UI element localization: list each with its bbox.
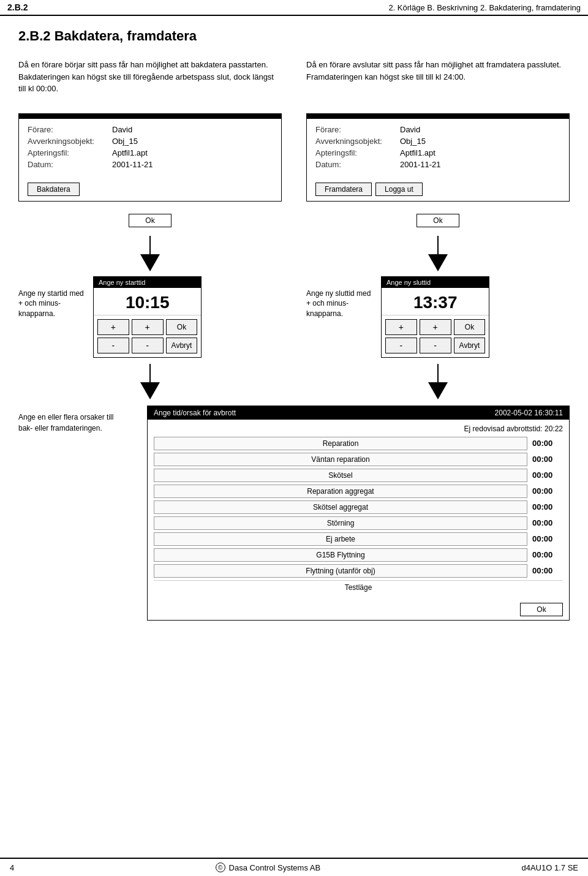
framdatera-button[interactable]: Framdatera <box>315 183 372 196</box>
right-apteringsfil-value: Aptfil1.apt <box>400 148 435 157</box>
ok-buttons-row: Ok Ok <box>18 211 570 230</box>
avbrot-row-label: Reparation <box>154 437 527 450</box>
main-content: 2.B.2 Bakdatera, framdatera Då en förare… <box>0 16 588 657</box>
left-avverkningsobjekt-row: Avverkningsobjekt: Obj_15 <box>28 137 273 146</box>
footer-center: © Dasa Control Systems AB <box>216 863 321 872</box>
left-arrow-down <box>140 254 160 271</box>
avbrot-row-value: 00:00 <box>532 455 563 464</box>
right-time-picker-header: Ange ny sluttid <box>382 277 489 288</box>
avbrot-row: Väntan reparation 00:00 <box>154 453 563 466</box>
avbrot-row-value: 00:00 <box>532 550 563 559</box>
right-avbryt-button[interactable]: Avbryt <box>454 338 486 353</box>
left-apteringsfil-row: Apteringsfil: Aptfil1.apt <box>28 148 273 157</box>
right-ok-button[interactable]: Ok <box>417 214 459 227</box>
avbrot-row: Störning 00:00 <box>154 516 563 530</box>
left-info-buttons: Bakdatera <box>19 178 281 201</box>
header-left: 2.B.2 <box>7 2 28 12</box>
avbrot-row: Reparation 00:00 <box>154 437 563 450</box>
left-plus2-button[interactable]: + <box>132 319 164 335</box>
right-info-box: Förare: David Avverkningsobjekt: Obj_15 … <box>306 113 570 202</box>
right-info-buttons: Framdatera Logga ut <box>307 178 569 201</box>
left-avverkningsobjekt-label: Avverkningsobjekt: <box>28 137 107 146</box>
right-forare-label: Förare: <box>315 125 395 134</box>
avbrot-rows-container: Reparation 00:00 Väntan reparation 00:00… <box>154 437 563 578</box>
left-arrow <box>140 236 160 271</box>
avbrot-row-label: Reparation aggregat <box>154 485 527 498</box>
right-arrow2-col <box>306 364 570 399</box>
avbrot-footer: Ok <box>148 599 569 620</box>
avbrot-row-label: Ej arbete <box>154 532 527 546</box>
right-time-picker-col: Ange ny sluttid med + och minus- knappar… <box>306 276 570 358</box>
avbrot-row: G15B Flyttning 00:00 <box>154 548 563 562</box>
avbrot-note-value: 20:22 <box>545 425 563 433</box>
left-description: Då en förare börjar sitt pass får han mö… <box>18 59 282 95</box>
avbrot-testlage: Testläge <box>154 580 563 594</box>
avbrot-timestamp: 2002-05-02 16:30:11 <box>495 409 563 417</box>
header-right: 2. Körläge B. Beskrivning 2. Bakdatering… <box>388 3 581 12</box>
right-datum-row: Datum: 2001-11-21 <box>315 160 560 169</box>
right-datum-label: Datum: <box>315 160 395 169</box>
left-plus1-button[interactable]: + <box>97 319 129 335</box>
left-time-picker-display: 10:15 <box>94 288 201 315</box>
left-datum-label: Datum: <box>28 160 107 169</box>
left-time-picker-box: Ange ny starttid 10:15 + + Ok - - Avbryt <box>93 276 202 358</box>
right-plus2-button[interactable]: + <box>420 319 451 335</box>
avbrot-note-row: Ej redovisad avbrottstid: 20:22 <box>154 425 563 433</box>
left-forare-label: Förare: <box>28 125 107 134</box>
left-apteringsfil-value: Aptfil1.apt <box>112 148 148 157</box>
footer: 4 © Dasa Control Systems AB d4AU1O 1.7 S… <box>0 858 588 876</box>
left-arrow2-col <box>18 364 282 399</box>
bottom-desc: Ange en eller flera orsaker till bak- el… <box>18 406 129 434</box>
right-time-picker-desc: Ange ny sluttid med + och minus- knappar… <box>306 276 374 319</box>
right-minus1-button[interactable]: - <box>385 338 417 353</box>
left-avbryt-button[interactable]: Avbryt <box>166 338 198 353</box>
page-title: 2.B.2 Bakdatera, framdatera <box>18 28 570 44</box>
avbrot-row: Flyttning (utanför obj) 00:00 <box>154 564 563 578</box>
right-arrow-col <box>306 236 570 271</box>
right-time-picker-display: 13:37 <box>382 288 489 315</box>
left-arrow-col <box>18 236 282 271</box>
bakdatera-button[interactable]: Bakdatera <box>28 183 80 196</box>
info-boxes-row: Förare: David Avverkningsobjekt: Obj_15 … <box>18 113 570 202</box>
left-info-body: Förare: David Avverkningsobjekt: Obj_15 … <box>19 119 281 178</box>
left-forare-row: Förare: David <box>28 125 273 134</box>
right-arrow2 <box>428 364 448 399</box>
left-ok-button[interactable]: Ok <box>129 214 172 227</box>
right-time-picker-controls: + + Ok - - Avbryt <box>382 315 489 357</box>
right-minus2-button[interactable]: - <box>420 338 451 353</box>
right-plus1-button[interactable]: + <box>385 319 417 335</box>
arrows-row-2 <box>18 364 570 399</box>
footer-company: Dasa Control Systems AB <box>229 863 321 872</box>
left-time-picker-header: Ange ny starttid <box>94 277 201 288</box>
avbrot-row-value: 00:00 <box>532 486 563 496</box>
left-time-picker-desc: Ange ny startid med + och minus- knappar… <box>18 276 86 319</box>
left-minus2-button[interactable]: - <box>132 338 164 353</box>
right-datum-value: 2001-11-21 <box>400 160 441 169</box>
left-avverkningsobjekt-value: Obj_15 <box>112 137 138 146</box>
avbrot-header: Ange tid/orsak för avbrott 2002-05-02 16… <box>148 406 569 420</box>
right-time-ok-button[interactable]: Ok <box>454 319 486 335</box>
avbrot-box: Ange tid/orsak för avbrott 2002-05-02 16… <box>147 406 570 621</box>
right-time-picker-box: Ange ny sluttid 13:37 + + Ok - - Avbryt <box>381 276 489 358</box>
right-description: Då en förare avslutar sitt pass får han … <box>306 59 570 95</box>
logga-ut-button[interactable]: Logga ut <box>375 183 423 196</box>
right-forare-value: David <box>400 125 420 134</box>
right-arrow2-line <box>437 364 439 382</box>
avbrot-ok-button[interactable]: Ok <box>520 603 563 616</box>
right-apteringsfil-label: Apteringsfil: <box>315 148 395 157</box>
avbrot-body: Ej redovisad avbrottstid: 20:22 Reparati… <box>148 420 569 599</box>
left-time-ok-button[interactable]: Ok <box>166 319 198 335</box>
arrows-row-1 <box>18 236 570 271</box>
left-minus1-button[interactable]: - <box>97 338 129 353</box>
avbrot-row-value: 00:00 <box>532 518 563 527</box>
left-datum-row: Datum: 2001-11-21 <box>28 160 273 169</box>
avbrot-row: Ej arbete 00:00 <box>154 532 563 546</box>
left-forare-value: David <box>112 125 132 134</box>
left-info-header <box>19 114 281 119</box>
left-arrow2 <box>140 364 160 399</box>
avbrot-row-label: Väntan reparation <box>154 453 527 466</box>
footer-page-number: 4 <box>10 863 14 872</box>
left-datum-value: 2001-11-21 <box>112 160 153 169</box>
avbrot-header-title: Ange tid/orsak för avbrott <box>154 409 236 417</box>
avbrot-row: Reparation aggregat 00:00 <box>154 485 563 498</box>
